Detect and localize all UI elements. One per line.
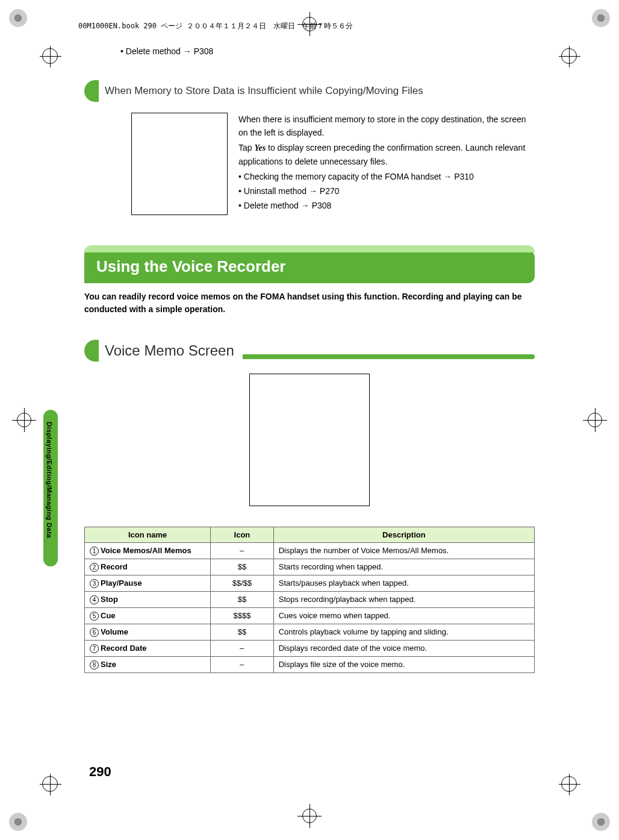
section-side-label: Displaying/Editing/Managing Data <box>46 422 53 538</box>
yes-button-ref: Yes <box>254 143 266 152</box>
intro-text: You can readily record voice memos on th… <box>84 290 535 316</box>
table-header: Icon name <box>85 527 211 543</box>
number-badge-icon: 6 <box>90 628 99 637</box>
bullet-text: • Uninstall method → P270 <box>238 184 535 198</box>
number-badge-icon: 2 <box>90 563 99 572</box>
registration-mark-icon <box>42 776 58 792</box>
table-row: 7Record Date – Displays recorded date of… <box>85 641 535 657</box>
number-badge-icon: 3 <box>90 579 99 588</box>
registration-mark-icon <box>583 408 607 432</box>
table-row: 2Record $$ Starts recording when tapped. <box>85 559 535 575</box>
number-badge-icon: 5 <box>90 612 99 621</box>
table-row: 4Stop $$ Stops recording/playback when t… <box>85 592 535 608</box>
bullet-text: • Checking the memory capacity of the FO… <box>238 170 535 183</box>
table-row: 1Voice Memos/All Memos – Displays the nu… <box>85 543 535 559</box>
table-row: 5Cue $$$$ Cues voice memo when tapped. <box>85 608 535 624</box>
print-header: 00M1000EN.book 290 ページ ２００４年１１月２４日 水曜日 午… <box>60 21 559 31</box>
crop-mark-icon <box>592 9 610 27</box>
bullet-text: • Delete method → P308 <box>238 199 535 212</box>
crop-mark-icon <box>592 813 610 831</box>
registration-mark-icon <box>561 48 577 64</box>
registration-mark-icon <box>561 776 577 792</box>
table-header: Icon <box>211 527 274 543</box>
section-title: When Memory to Store Data is Insufficien… <box>99 81 434 101</box>
body-text: When there is insufficient memory to sto… <box>238 113 535 140</box>
number-badge-icon: 8 <box>90 660 99 669</box>
banner-accent <box>84 245 535 252</box>
number-badge-icon: 1 <box>90 547 99 556</box>
table-header: Description <box>273 527 534 543</box>
bullet-text: • Delete method → P308 <box>120 46 535 56</box>
number-badge-icon: 7 <box>90 644 99 653</box>
table-row: 3Play/Pause $$/$$ Starts/pauses playback… <box>85 575 535 592</box>
icon-reference-table: Icon name Icon Description 1Voice Memos/… <box>84 527 535 673</box>
section-heading: When Memory to Store Data is Insufficien… <box>84 80 535 102</box>
section-title: Voice Memo Screen <box>99 340 243 362</box>
registration-mark-icon <box>12 408 36 432</box>
number-badge-icon: 4 <box>90 595 99 604</box>
registration-mark-icon <box>297 804 322 828</box>
crop-mark-icon <box>9 9 27 27</box>
crop-mark-icon <box>9 813 27 831</box>
chapter-banner: Using the Voice Recorder <box>84 250 535 283</box>
table-row: 6Volume $$ Controls playback volume by t… <box>85 624 535 641</box>
body-text: Tap Yes to display screen preceding the … <box>238 141 535 169</box>
table-row: 8Size – Displays file size of the voice … <box>85 657 535 673</box>
screenshot-placeholder <box>131 113 228 215</box>
page-number: 290 <box>89 764 111 780</box>
section-heading: Voice Memo Screen <box>84 340 535 362</box>
registration-mark-icon <box>42 48 58 64</box>
screenshot-placeholder <box>249 374 370 506</box>
